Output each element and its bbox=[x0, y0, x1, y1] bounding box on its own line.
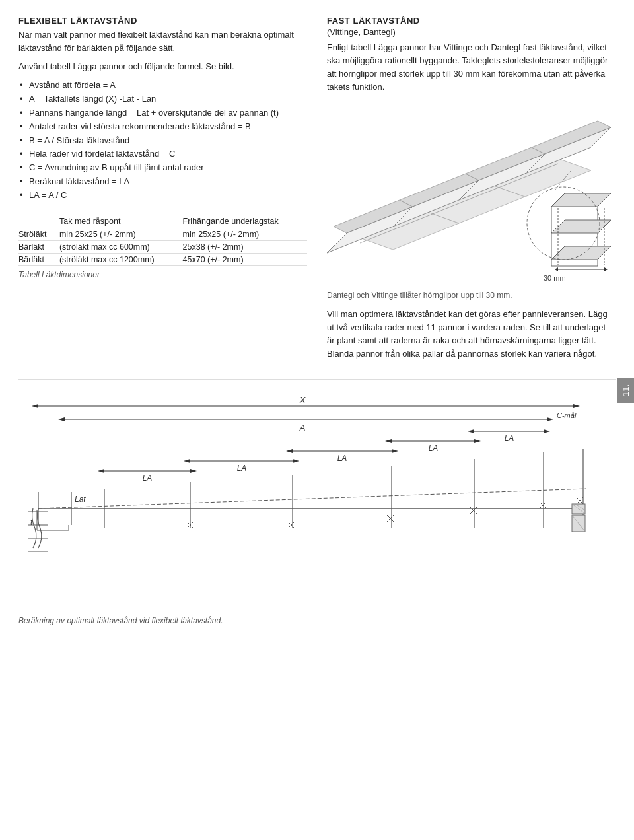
row3-val2: 45x70 (+/- 2mm) bbox=[183, 253, 307, 265]
svg-marker-37 bbox=[98, 469, 104, 473]
table-col2-header: Frihängande underlagstak bbox=[183, 215, 307, 228]
svg-marker-34 bbox=[293, 459, 299, 463]
bullet-list: Avstånd att fördela = A A = Takfallets l… bbox=[18, 79, 307, 202]
svg-marker-33 bbox=[184, 459, 190, 463]
svg-marker-13 bbox=[573, 404, 580, 408]
svg-marker-30 bbox=[392, 449, 398, 453]
table-header-row: Tak med råspont Frihängande underlagstak bbox=[18, 215, 307, 228]
svg-marker-25 bbox=[385, 439, 392, 443]
diagram-caption: Dantegl och Vittinge tillåter hörnglipor… bbox=[327, 291, 616, 300]
svg-text:C-mål: C-mål bbox=[557, 411, 577, 419]
svg-text:X: X bbox=[299, 395, 306, 405]
bullet-1: Avstånd att fördela = A bbox=[18, 79, 307, 92]
bottom-diagram-svg: X A C-mål LA LA LA bbox=[18, 386, 619, 611]
bullet-4: Antalet rader vid största rekommenderade… bbox=[18, 120, 307, 134]
row1-label: Ströläkt bbox=[18, 228, 59, 240]
row2-val1: (ströläkt max cc 600mm) bbox=[59, 240, 183, 253]
right-column: FAST LÄKTAVSTÅND (Vittinge, Dantegl) Enl… bbox=[327, 16, 616, 361]
right-para1: Enligt tabell Lägga pannor har Vittinge … bbox=[327, 41, 616, 94]
dimension-table: Tak med råspont Frihängande underlagstak… bbox=[18, 215, 307, 266]
svg-marker-26 bbox=[474, 439, 481, 443]
bottom-diagram-section: X A C-mål LA LA LA bbox=[18, 379, 616, 625]
table-col1-header: Tak med råspont bbox=[59, 215, 183, 228]
rafter-symbols bbox=[187, 497, 583, 528]
row1-val2: min 25x25 (+/- 2mm) bbox=[183, 228, 307, 240]
bullet-9: LA = A / C bbox=[18, 189, 307, 203]
ridge-detail bbox=[572, 504, 585, 532]
tile-ridges bbox=[360, 164, 558, 243]
table-col-empty bbox=[18, 215, 59, 228]
top-section: FLEXIBELT LÄKTAVSTÅND När man valt panno… bbox=[18, 16, 616, 361]
left-intro1: När man valt pannor med flexibelt läktav… bbox=[18, 28, 307, 55]
svg-marker-21 bbox=[468, 429, 474, 433]
optimization-text: Vill man optimera läktavståndet kan det … bbox=[327, 308, 616, 361]
right-subtitle: (Vittinge, Dantegl) bbox=[327, 27, 616, 37]
roof-diagram-svg: 30 mm bbox=[327, 101, 611, 286]
table-caption: Tabell Läktdimensioner bbox=[18, 270, 307, 279]
row2-label: Bärläkt bbox=[18, 240, 59, 253]
bullet-2: A = Takfallets längd (X) -Lat - Lan bbox=[18, 92, 307, 106]
bullet-8: Beräknat läktavstånd = LA bbox=[18, 175, 307, 189]
bullet-7: C = Avrundning av B uppåt till jämt anta… bbox=[18, 161, 307, 175]
bottom-caption: Beräkning av optimalt läktavstånd vid fl… bbox=[18, 616, 616, 625]
dimension-30mm-label: 30 mm bbox=[544, 274, 566, 282]
row3-label: Bärläkt bbox=[18, 253, 59, 265]
svg-text:Lat: Lat bbox=[75, 495, 86, 504]
svg-marker-17 bbox=[547, 417, 553, 421]
cross-section bbox=[551, 193, 611, 271]
right-title: FAST LÄKTAVSTÅND bbox=[327, 16, 616, 26]
svg-text:LA: LA bbox=[505, 434, 514, 443]
left-title: FLEXIBELT LÄKTAVSTÅND bbox=[18, 16, 307, 26]
svg-text:LA: LA bbox=[429, 444, 439, 453]
table-row: Bärläkt (ströläkt max cc 1200mm) 45x70 (… bbox=[18, 253, 307, 265]
svg-marker-7 bbox=[555, 267, 558, 271]
row3-val1: (ströläkt max cc 1200mm) bbox=[59, 253, 183, 265]
svg-marker-29 bbox=[286, 449, 293, 453]
page: FLEXIBELT LÄKTAVSTÅND När man valt panno… bbox=[0, 0, 634, 840]
table-row: Bärläkt (ströläkt max cc 600mm) 25x38 (+… bbox=[18, 240, 307, 253]
side-tab: 11. bbox=[617, 378, 634, 403]
bullet-6: Hela rader vid fördelat läktavstånd = C bbox=[18, 147, 307, 161]
row2-val2: 25x38 (+/- 2mm) bbox=[183, 240, 307, 253]
svg-marker-8 bbox=[604, 267, 608, 271]
svg-marker-22 bbox=[544, 429, 550, 433]
svg-marker-12 bbox=[32, 404, 38, 408]
svg-text:LA: LA bbox=[237, 464, 247, 473]
left-column: FLEXIBELT LÄKTAVSTÅND När man valt panno… bbox=[18, 16, 307, 361]
left-intro2: Använd tabell Lägga pannor och följande … bbox=[18, 60, 307, 73]
bullet-3: Pannans hängande längd = Lat + överskjut… bbox=[18, 106, 307, 120]
table-row: Ströläkt min 25x25 (+/- 2mm) min 25x25 (… bbox=[18, 228, 307, 240]
svg-text:LA: LA bbox=[143, 473, 153, 483]
svg-marker-38 bbox=[190, 469, 197, 473]
bullet-5: B = A / Största läktavstånd bbox=[18, 134, 307, 148]
svg-line-76 bbox=[38, 489, 586, 508]
svg-text:LA: LA bbox=[337, 454, 347, 463]
row1-val1: min 25x25 (+/- 2mm) bbox=[59, 228, 183, 240]
table-section: Tak med råspont Frihängande underlagstak… bbox=[18, 215, 307, 279]
svg-text:A: A bbox=[299, 423, 306, 433]
roof-diagram: 30 mm bbox=[327, 101, 616, 288]
batten-marks bbox=[38, 449, 583, 528]
svg-marker-16 bbox=[58, 417, 65, 421]
